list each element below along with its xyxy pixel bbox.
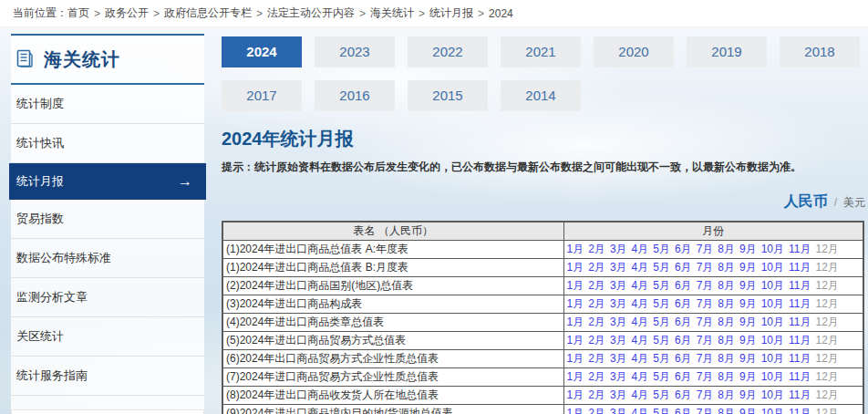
month-link-9月[interactable]: 9月 <box>739 406 757 414</box>
month-link-4月[interactable]: 4月 <box>632 296 649 312</box>
breadcrumb-item[interactable]: 首页 <box>67 5 89 21</box>
month-link-7月[interactable]: 7月 <box>697 406 714 414</box>
breadcrumb-item[interactable]: 海关统计 <box>370 5 414 21</box>
month-link-7月[interactable]: 7月 <box>697 242 714 257</box>
month-link-5月[interactable]: 5月 <box>653 242 670 257</box>
month-link-5月[interactable]: 5月 <box>653 333 670 348</box>
month-link-8月[interactable]: 8月 <box>718 406 735 414</box>
month-link-11月[interactable]: 11月 <box>789 242 811 257</box>
currency-usd[interactable]: 美元 <box>843 195 865 211</box>
month-link-7月[interactable]: 7月 <box>697 315 714 330</box>
month-link-1月[interactable]: 1月 <box>567 406 584 414</box>
sidebar-item-统计制度[interactable]: 统计制度 <box>11 85 204 124</box>
breadcrumb-item[interactable]: 2024 <box>489 7 513 20</box>
month-link-11月[interactable]: 11月 <box>789 333 811 348</box>
month-link-4月[interactable]: 4月 <box>632 388 649 403</box>
month-link-7月[interactable]: 7月 <box>697 333 714 348</box>
month-link-6月[interactable]: 6月 <box>675 369 692 385</box>
data-online-query-button[interactable]: 数据在线查询 <box>11 409 204 414</box>
month-link-2月[interactable]: 2月 <box>588 315 605 330</box>
month-link-4月[interactable]: 4月 <box>632 333 649 348</box>
month-link-4月[interactable]: 4月 <box>632 406 649 414</box>
sidebar-item-统计服务指南[interactable]: 统计服务指南 <box>11 357 204 396</box>
month-link-6月[interactable]: 6月 <box>675 351 692 367</box>
sidebar-item-数据公布特殊标准[interactable]: 数据公布特殊标准 <box>11 239 204 278</box>
month-link-4月[interactable]: 4月 <box>632 242 649 257</box>
month-link-5月[interactable]: 5月 <box>653 406 670 414</box>
sidebar-item-监测分析文章[interactable]: 监测分析文章 <box>11 278 204 317</box>
month-link-1月[interactable]: 1月 <box>567 242 584 257</box>
month-link-6月[interactable]: 6月 <box>675 296 692 312</box>
month-link-9月[interactable]: 9月 <box>739 315 757 330</box>
month-link-2月[interactable]: 2月 <box>588 296 605 312</box>
month-link-11月[interactable]: 11月 <box>789 296 811 312</box>
month-link-3月[interactable]: 3月 <box>610 278 627 294</box>
month-link-4月[interactable]: 4月 <box>632 278 649 294</box>
month-link-8月[interactable]: 8月 <box>718 260 735 275</box>
month-link-3月[interactable]: 3月 <box>610 242 627 257</box>
month-link-1月[interactable]: 1月 <box>567 388 584 403</box>
month-link-8月[interactable]: 8月 <box>718 296 735 312</box>
month-link-6月[interactable]: 6月 <box>675 278 692 294</box>
month-link-2月[interactable]: 2月 <box>588 333 605 348</box>
month-link-5月[interactable]: 5月 <box>653 351 670 367</box>
month-link-5月[interactable]: 5月 <box>653 315 670 330</box>
year-tab-2022[interactable]: 2022 <box>408 36 488 67</box>
month-link-3月[interactable]: 3月 <box>610 296 627 312</box>
month-link-1月[interactable]: 1月 <box>567 369 584 385</box>
year-tab-2016[interactable]: 2016 <box>315 80 395 111</box>
month-link-6月[interactable]: 6月 <box>675 315 692 330</box>
month-link-4月[interactable]: 4月 <box>632 315 649 330</box>
month-link-8月[interactable]: 8月 <box>718 333 735 348</box>
month-link-3月[interactable]: 3月 <box>610 388 627 403</box>
year-tab-2015[interactable]: 2015 <box>408 80 488 111</box>
month-link-11月[interactable]: 11月 <box>789 369 811 385</box>
month-link-5月[interactable]: 5月 <box>653 388 670 403</box>
currency-rmb[interactable]: 人民币 <box>784 192 828 212</box>
year-tab-2019[interactable]: 2019 <box>687 36 767 67</box>
month-link-5月[interactable]: 5月 <box>653 369 670 385</box>
month-link-2月[interactable]: 2月 <box>588 242 605 257</box>
year-tab-2024[interactable]: 2024 <box>222 36 302 67</box>
month-link-8月[interactable]: 8月 <box>718 388 735 403</box>
month-link-5月[interactable]: 5月 <box>653 260 670 275</box>
month-link-9月[interactable]: 9月 <box>739 278 757 294</box>
month-link-11月[interactable]: 11月 <box>789 406 811 414</box>
month-link-10月[interactable]: 10月 <box>761 333 784 348</box>
year-tab-2021[interactable]: 2021 <box>501 36 581 67</box>
month-link-6月[interactable]: 6月 <box>675 388 692 403</box>
month-link-8月[interactable]: 8月 <box>718 242 735 257</box>
breadcrumb-item[interactable]: 法定主动公开内容 <box>267 5 355 21</box>
month-link-7月[interactable]: 7月 <box>697 351 714 367</box>
month-link-3月[interactable]: 3月 <box>610 315 627 330</box>
month-link-8月[interactable]: 8月 <box>718 315 735 330</box>
year-tab-2017[interactable]: 2017 <box>222 80 302 111</box>
month-link-2月[interactable]: 2月 <box>588 369 605 385</box>
month-link-4月[interactable]: 4月 <box>632 369 649 385</box>
month-link-9月[interactable]: 9月 <box>739 242 757 257</box>
month-link-9月[interactable]: 9月 <box>739 351 757 367</box>
month-link-10月[interactable]: 10月 <box>761 242 784 257</box>
month-link-10月[interactable]: 10月 <box>761 260 784 275</box>
sidebar-item-贸易指数[interactable]: 贸易指数 <box>11 200 204 239</box>
month-link-1月[interactable]: 1月 <box>567 315 584 330</box>
month-link-2月[interactable]: 2月 <box>588 388 605 403</box>
month-link-11月[interactable]: 11月 <box>789 278 811 294</box>
month-link-4月[interactable]: 4月 <box>632 351 649 367</box>
month-link-3月[interactable]: 3月 <box>610 333 627 348</box>
month-link-5月[interactable]: 5月 <box>653 296 670 312</box>
month-link-10月[interactable]: 10月 <box>761 278 784 294</box>
month-link-1月[interactable]: 1月 <box>567 296 584 312</box>
month-link-10月[interactable]: 10月 <box>761 369 784 385</box>
month-link-7月[interactable]: 7月 <box>697 296 714 312</box>
breadcrumb-item[interactable]: 政务公开 <box>105 5 149 21</box>
sidebar-item-关区统计[interactable]: 关区统计 <box>11 317 204 357</box>
month-link-7月[interactable]: 7月 <box>697 278 714 294</box>
month-link-11月[interactable]: 11月 <box>789 260 811 275</box>
year-tab-2018[interactable]: 2018 <box>780 36 860 67</box>
month-link-8月[interactable]: 8月 <box>718 351 735 367</box>
sidebar-item-统计月报[interactable]: 统计月报→ <box>9 163 206 200</box>
month-link-4月[interactable]: 4月 <box>632 260 649 275</box>
year-tab-2023[interactable]: 2023 <box>315 36 395 67</box>
month-link-7月[interactable]: 7月 <box>697 369 714 385</box>
